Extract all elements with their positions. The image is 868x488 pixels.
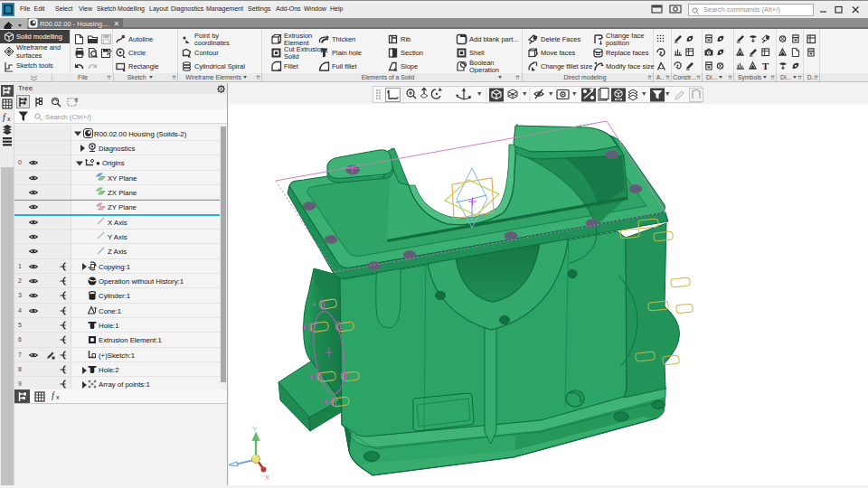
svg-text:f: f — [3, 112, 6, 122]
svg-text:X: X — [265, 474, 270, 482]
svg-text:x: x — [7, 116, 11, 122]
svg-text:Y: Y — [252, 425, 258, 433]
